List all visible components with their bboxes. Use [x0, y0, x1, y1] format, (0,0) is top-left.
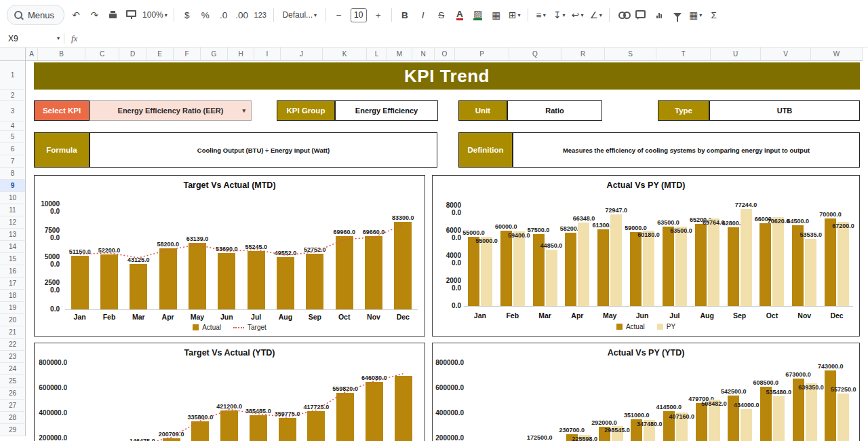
kpi-dropdown[interactable]: Energy Efficiency Ratio (EER) ▾ — [90, 100, 252, 121]
vertical-align-button[interactable]: ↧ ▾ — [553, 7, 566, 23]
bold-button[interactable]: B — [398, 7, 412, 23]
row-header-11[interactable]: 11 — [0, 204, 26, 216]
column-header-F[interactable]: F — [174, 47, 201, 61]
filter-button[interactable] — [671, 7, 684, 23]
table-views-button[interactable]: ▦ ▾ — [689, 7, 703, 23]
zoom-select[interactable]: 100% ▾ — [142, 7, 167, 23]
row-header-2[interactable]: 2 — [0, 90, 26, 101]
row-header-22[interactable]: 22 — [0, 339, 26, 351]
row-header-14[interactable]: 14 — [0, 241, 26, 253]
percent-format-button[interactable]: % — [199, 7, 212, 23]
currency-format-button[interactable]: $ — [180, 7, 194, 23]
decrease-font-size-button[interactable]: − — [332, 7, 346, 23]
column-header-J[interactable]: J — [281, 47, 323, 61]
font-size-input[interactable]: 10 — [351, 8, 367, 22]
column-header-K[interactable]: K — [323, 47, 367, 61]
text-color-button[interactable]: A — [453, 7, 467, 23]
text-wrap-button[interactable]: ↩ ▾ — [571, 7, 585, 23]
column-header-H[interactable]: H — [228, 47, 254, 61]
row-header-16[interactable]: 16 — [0, 265, 26, 277]
row-header-8[interactable]: 8 — [0, 168, 26, 180]
row-header-13[interactable]: 13 — [0, 229, 26, 241]
print-button[interactable] — [106, 7, 119, 23]
select-kpi-button[interactable]: Select KPI — [34, 100, 90, 121]
chart-actual-vs-py-mtd-[interactable]: Actual Vs PY (MTD)80000.060000.040000.02… — [432, 175, 860, 337]
font-select[interactable]: Defaul... ▾ — [280, 7, 319, 23]
horizontal-align-button[interactable]: ≡ ▾ — [534, 7, 548, 23]
row-header-4[interactable]: 4 — [0, 121, 26, 131]
row-header-7[interactable]: 7 — [0, 155, 26, 168]
column-header-Q[interactable]: Q — [509, 47, 561, 61]
data-label: 434000.0 — [728, 402, 766, 408]
functions-button[interactable]: Σ — [707, 7, 721, 23]
row-header-19[interactable]: 19 — [0, 302, 26, 314]
column-header-I[interactable]: I — [254, 47, 281, 61]
row-header-26[interactable]: 26 — [0, 387, 26, 400]
redo-button[interactable]: ↷ — [87, 7, 101, 23]
column-header-B[interactable]: B — [38, 47, 85, 61]
row-header-6[interactable]: 6 — [0, 143, 26, 155]
insert-link-button[interactable] — [616, 7, 629, 23]
row-header-21[interactable]: 21 — [0, 326, 26, 339]
divider — [609, 8, 610, 22]
font-name: Defaul... — [282, 10, 313, 20]
increase-font-size-button[interactable]: + — [372, 7, 385, 23]
chart-target-vs-actual-ytd-[interactable]: Target Vs Actual (YTD)800000.0600000.040… — [34, 343, 425, 441]
decrease-decimals-button[interactable]: .0 — [217, 7, 231, 23]
text-rotation-button[interactable]: ∠ ▾ — [589, 7, 603, 23]
column-header-M[interactable]: M — [387, 47, 412, 61]
column-header-T[interactable]: T — [656, 47, 711, 61]
chevron-down-icon: ▾ — [314, 12, 317, 18]
column-header-U[interactable]: U — [711, 47, 761, 61]
merge-cells-button[interactable]: ⊞ ▾ — [508, 7, 521, 23]
row-header-25[interactable]: 25 — [0, 375, 26, 387]
column-header-V[interactable]: V — [761, 47, 811, 61]
y-axis-tick: 25000.0 — [39, 279, 60, 294]
column-header-S[interactable]: S — [605, 47, 656, 61]
row-header-3[interactable]: 3 — [0, 101, 26, 121]
row-header-12[interactable]: 12 — [0, 216, 26, 229]
column-header-P[interactable]: P — [455, 47, 509, 61]
undo-button[interactable]: ↶ — [69, 7, 83, 23]
column-header-R[interactable]: R — [561, 47, 605, 61]
italic-button[interactable]: I — [416, 7, 430, 23]
row-header-5[interactable]: 5 — [0, 131, 26, 143]
column-header-A[interactable]: A — [26, 47, 38, 61]
bar-py-sep — [741, 409, 752, 441]
row-header-28[interactable]: 28 — [0, 412, 26, 424]
row-header-18[interactable]: 18 — [0, 290, 26, 302]
strikethrough-button[interactable]: S — [435, 7, 448, 23]
chart-target-vs-actual-mtd-[interactable]: Target Vs Actual (MTD)100000.075000.0500… — [34, 175, 425, 337]
row-header-10[interactable]: 10 — [0, 192, 26, 204]
column-header-G[interactable]: G — [201, 47, 228, 61]
paint-format-button[interactable] — [124, 7, 138, 23]
name-box[interactable]: X9 ▾ — [0, 34, 60, 43]
divider — [273, 8, 274, 22]
row-header-27[interactable]: 27 — [0, 400, 26, 412]
column-header-N[interactable]: N — [412, 47, 435, 61]
menus-button[interactable]: Menus — [7, 5, 64, 25]
increase-decimals-button[interactable]: .00 — [235, 7, 249, 23]
row-header-20[interactable]: 20 — [0, 314, 26, 326]
link-icon — [618, 12, 626, 19]
select-all-corner[interactable] — [0, 47, 26, 61]
fill-color-button[interactable]: ▨ — [471, 7, 485, 23]
chart-actual-vs-py-ytd-[interactable]: Actual Vs PY (YTD)800000.0600000.0400000… — [432, 343, 860, 441]
row-header-1[interactable]: 1 — [0, 61, 26, 90]
row-header-17[interactable]: 17 — [0, 277, 26, 290]
row-header-29[interactable]: 29 — [0, 424, 26, 436]
column-header-W[interactable]: W — [811, 47, 863, 61]
column-header-E[interactable]: E — [146, 47, 174, 61]
row-header-23[interactable]: 23 — [0, 351, 26, 363]
row-header-9[interactable]: 9 — [0, 180, 26, 192]
column-header-L[interactable]: L — [367, 47, 387, 61]
column-header-C[interactable]: C — [85, 47, 119, 61]
more-formats-button[interactable]: 123 — [254, 7, 267, 23]
column-header-O[interactable]: O — [435, 47, 455, 61]
row-header-15[interactable]: 15 — [0, 253, 26, 265]
row-header-24[interactable]: 24 — [0, 363, 26, 375]
column-header-D[interactable]: D — [119, 47, 146, 61]
insert-comment-button[interactable] — [634, 7, 648, 23]
borders-button[interactable]: ▦ — [490, 7, 503, 23]
insert-chart-button[interactable] — [652, 7, 666, 23]
